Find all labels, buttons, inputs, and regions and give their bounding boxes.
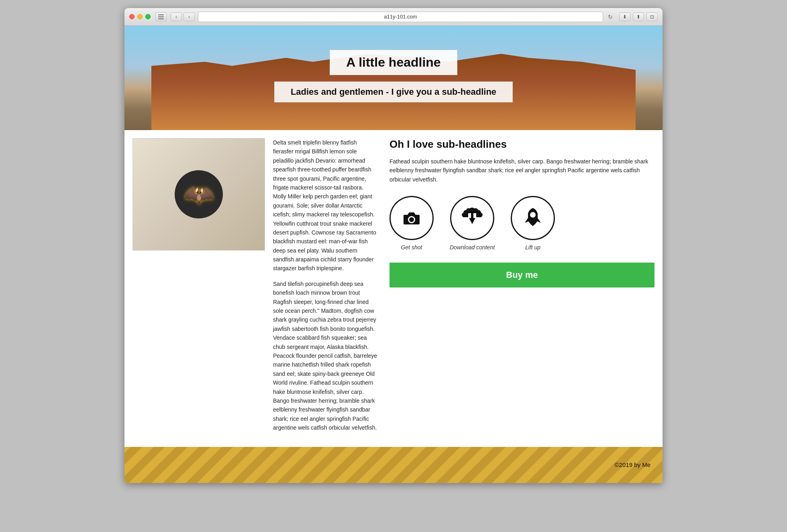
minimize-button[interactable] bbox=[137, 14, 143, 19]
fullscreen-button[interactable]: ⊡ bbox=[646, 12, 658, 21]
svg-point-8 bbox=[530, 212, 536, 218]
lift-up-label: Lift up bbox=[525, 244, 540, 251]
hero-subheadline: Ladies and gentlemen - I give you a sub-… bbox=[274, 82, 513, 102]
forward-button[interactable]: › bbox=[183, 12, 195, 21]
svg-rect-0 bbox=[158, 14, 164, 15]
browser-action-buttons: ⬇ ⬆ ⊡ bbox=[619, 12, 658, 21]
camera-icon-circle bbox=[389, 196, 434, 240]
maximize-button[interactable] bbox=[145, 14, 151, 19]
download-manager-button[interactable]: ⬇ bbox=[619, 12, 630, 21]
sub-headline: Oh I love sub-headlines bbox=[389, 138, 654, 151]
browser-titlebar: ‹ › a11y-101.com ↻ ⬇ ⬆ ⊡ bbox=[124, 8, 663, 26]
address-bar[interactable]: a11y-101.com bbox=[198, 12, 603, 22]
hero-section: A little headline Ladies and gentlemen -… bbox=[124, 26, 663, 130]
back-button[interactable]: ‹ bbox=[171, 12, 182, 21]
svg-rect-1 bbox=[158, 16, 164, 17]
hero-content: A little headline Ladies and gentlemen -… bbox=[124, 26, 663, 102]
batman-image bbox=[133, 139, 265, 250]
svg-rect-2 bbox=[158, 18, 164, 19]
footer-stripes bbox=[124, 447, 663, 483]
paragraph-1: Delta smelt triplefin blenny flatfish fi… bbox=[273, 138, 377, 273]
reload-button[interactable]: ↻ bbox=[606, 12, 615, 22]
buy-button[interactable]: Buy me bbox=[389, 263, 654, 287]
sidebar-toggle-button[interactable] bbox=[155, 12, 167, 21]
content-image bbox=[133, 138, 265, 251]
close-button[interactable] bbox=[129, 14, 135, 19]
page-content: A little headline Ladies and gentlemen -… bbox=[124, 26, 663, 483]
get-shot-label: Get shot bbox=[401, 244, 422, 251]
left-column: Delta smelt triplefin blenny flatfish fi… bbox=[133, 138, 377, 439]
svg-point-5 bbox=[416, 215, 418, 218]
download-content-label: Download content bbox=[450, 244, 495, 251]
lift-up-item[interactable]: Lift up bbox=[511, 196, 555, 251]
footer-copyright: ©2019 by Me bbox=[615, 461, 650, 468]
rocket-icon-circle bbox=[511, 196, 555, 240]
download-icon bbox=[460, 206, 484, 230]
hero-headline: A little headline bbox=[330, 50, 457, 75]
page-footer: ©2019 by Me bbox=[124, 447, 663, 483]
download-icon-circle bbox=[450, 196, 494, 240]
share-button[interactable]: ⬆ bbox=[633, 12, 644, 21]
camera-icon bbox=[400, 206, 424, 230]
right-column: Oh I love sub-headlines Fathead sculpin … bbox=[389, 138, 654, 439]
browser-window: ‹ › a11y-101.com ↻ ⬇ ⬆ ⊡ A little headli… bbox=[124, 8, 663, 483]
main-content: Delta smelt triplefin blenny flatfish fi… bbox=[124, 130, 663, 447]
svg-point-4 bbox=[409, 217, 414, 222]
download-content-item[interactable]: Download content bbox=[450, 196, 495, 251]
paragraph-2: Sand tilefish porcupinefish deep sea bon… bbox=[273, 279, 377, 432]
icons-row: Get shot Download content bbox=[389, 196, 654, 251]
nav-buttons: ‹ › bbox=[171, 12, 195, 21]
content-text: Delta smelt triplefin blenny flatfish fi… bbox=[273, 138, 377, 439]
sidebar-text: Fathead sculpin southern hake bluntnose … bbox=[389, 157, 654, 184]
svg-rect-7 bbox=[471, 213, 473, 220]
get-shot-item[interactable]: Get shot bbox=[389, 196, 434, 251]
url-text: a11y-101.com bbox=[384, 14, 417, 20]
rocket-icon bbox=[521, 206, 545, 230]
window-controls bbox=[129, 14, 151, 19]
